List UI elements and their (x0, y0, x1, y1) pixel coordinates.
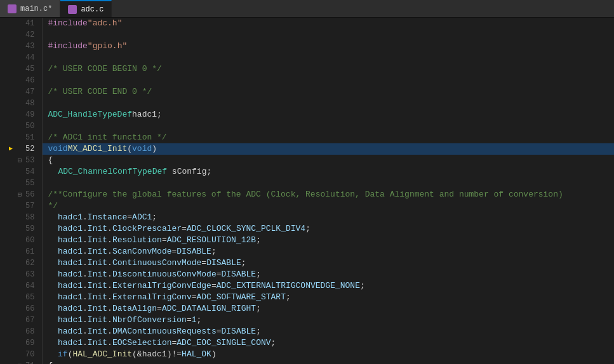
gutter-line: 47 (5, 86, 34, 98)
line-number: 49 (25, 109, 34, 120)
line-number: 54 (25, 166, 34, 178)
line-number: 58 (25, 212, 34, 223)
code-line: /* USER CODE BEGIN 0 */ (43, 63, 614, 75)
gutter-line: 59 (5, 223, 34, 235)
code-line (43, 98, 614, 109)
code-line: #include "adc.h" (43, 18, 614, 29)
fold-marker[interactable]: ⊟ (17, 360, 23, 364)
gutter-line: 70 (5, 349, 34, 360)
line-number: 46 (25, 75, 34, 86)
gutter-line: ⊟71 (5, 360, 34, 364)
gutter-line: 55 (5, 178, 34, 189)
gutter-line: 48 (5, 98, 34, 109)
code-line: */ (43, 200, 614, 212)
gutter-line: 57 (5, 200, 34, 212)
code-content[interactable]: #include "adc.h" #include "gpio.h" /* US… (43, 18, 614, 364)
line-number: 68 (25, 326, 34, 337)
gutter-line: 68 (5, 326, 34, 337)
line-number: 65 (25, 292, 34, 303)
code-line: if (HAL_ADC_Init(&hadc1) != HAL_OK) (43, 349, 614, 360)
line-number: 59 (25, 223, 34, 235)
code-line: { (43, 155, 614, 166)
code-line: /* ADC1 init function */ (43, 132, 614, 143)
line-number: 42 (25, 29, 34, 41)
code-line: hadc1.Init.ClockPrescaler = ADC_CLOCK_SY… (43, 223, 614, 235)
line-number: 51 (25, 132, 34, 143)
line-number: 71 (25, 360, 34, 364)
gutter-line: 63 (5, 269, 34, 280)
line-number: 55 (25, 178, 34, 189)
line-number: 67 (25, 315, 34, 326)
line-number: 53 (25, 155, 34, 166)
fold-marker[interactable]: ⊟ (17, 155, 23, 166)
tab-adc-c[interactable]: adc.c (60, 0, 112, 17)
gutter-line: 50 (5, 120, 34, 132)
code-line: hadc1.Init.ExternalTrigConvEdge = ADC_EX… (43, 280, 614, 292)
gutter-line: 49 (5, 109, 34, 120)
line-number: 45 (25, 63, 34, 75)
gutter-line: 43 (5, 41, 34, 52)
line-number: 62 (25, 257, 34, 269)
code-line: #include "gpio.h" (43, 41, 614, 52)
code-line (43, 75, 614, 86)
gutter-line: 61 (5, 246, 34, 257)
code-line: /* USER CODE END 0 */ (43, 86, 614, 98)
gutter-line: 42 (5, 29, 34, 41)
line-number: 50 (25, 120, 34, 132)
line-number: 66 (25, 303, 34, 315)
line-number: 64 (25, 280, 34, 292)
gutter-line: 60 (5, 235, 34, 246)
gutter-line: 69 (5, 337, 34, 349)
tab-main-c[interactable]: main.c* (0, 0, 60, 17)
gutter-line: 45 (5, 63, 34, 75)
code-line: hadc1.Init.ScanConvMode = DISABLE; (43, 246, 614, 257)
line-number: 47 (25, 86, 34, 98)
code-line: hadc1.Init.Resolution = ADC_RESOLUTION_1… (43, 235, 614, 246)
fold-marker[interactable]: ⊟ (17, 189, 23, 200)
gutter-line: 62 (5, 257, 34, 269)
line-number: 69 (25, 337, 34, 349)
gutter-line: 41 (5, 18, 34, 29)
gutter-line: 67 (5, 315, 34, 326)
line-number: 48 (25, 98, 34, 109)
code-line: hadc1.Instance = ADC1; (43, 212, 614, 223)
code-line (43, 120, 614, 132)
line-number: 44 (25, 52, 34, 63)
arrow-marker: ▶ (9, 143, 13, 155)
tab-main-c-icon (8, 4, 17, 13)
code-line: hadc1.Init.NbrOfConversion = 1; (43, 315, 614, 326)
tab-main-c-label: main.c* (20, 4, 52, 13)
line-number: 60 (25, 235, 34, 246)
code-line: { (43, 360, 614, 364)
code-line: ADC_ChannelConfTypeDef sConfig; (43, 166, 614, 178)
tab-bar: main.c* adc.c (0, 0, 614, 18)
code-line: hadc1.Init.ContinuousConvMode = DISABLE; (43, 257, 614, 269)
code-line: ADC_HandleTypeDef hadc1; (43, 109, 614, 120)
line-number: 61 (25, 246, 34, 257)
code-line (43, 52, 614, 63)
code-line: /**Configure the global features of the … (43, 189, 614, 200)
line-number: 41 (25, 18, 34, 29)
editor-container: main.c* adc.c 4142434445464748495051▶52⊟… (0, 0, 614, 364)
gutter-line: 51 (5, 132, 34, 143)
code-line: hadc1.Init.DMAContinuousRequests = DISAB… (43, 326, 614, 337)
line-number: 70 (25, 349, 34, 360)
code-line: void MX_ADC1_Init(void) (43, 143, 614, 155)
code-area: 4142434445464748495051▶52⊟535455⊟5657585… (0, 18, 614, 364)
line-number: 43 (25, 41, 34, 52)
gutter-line: 46 (5, 75, 34, 86)
code-line: hadc1.Init.DataAlign = ADC_DATAALIGN_RIG… (43, 303, 614, 315)
gutter-line: 66 (5, 303, 34, 315)
line-number: 56 (25, 189, 34, 200)
line-number: 57 (25, 200, 34, 212)
code-line (43, 29, 614, 41)
code-line: hadc1.Init.ExternalTrigConv = ADC_SOFTWA… (43, 292, 614, 303)
line-number: 52 (25, 143, 34, 155)
gutter-line: 58 (5, 212, 34, 223)
gutter-line: 64 (5, 280, 34, 292)
tab-adc-c-icon (68, 5, 77, 14)
gutter-line: ⊟56 (5, 189, 34, 200)
gutter-line: ⊟53 (5, 155, 34, 166)
tab-adc-c-label: adc.c (81, 5, 103, 14)
gutter-line: 44 (5, 52, 34, 63)
